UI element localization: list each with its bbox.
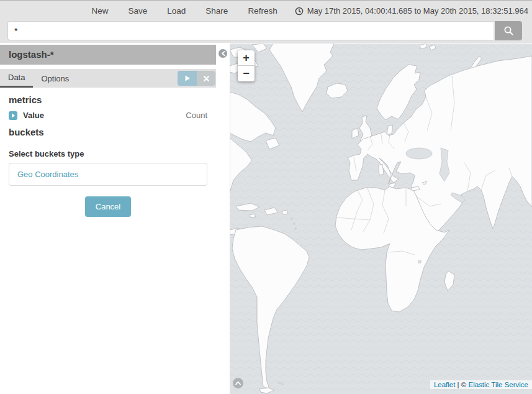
nav-load[interactable]: Load — [157, 1, 196, 21]
editor-tabs: Data Options — [0, 69, 216, 88]
nav-save[interactable]: Save — [119, 1, 158, 21]
world-map[interactable] — [230, 44, 532, 394]
map-zoom-control: + − — [238, 50, 255, 81]
time-picker[interactable]: May 17th 2015, 04:00:41.685 to May 20th … — [295, 6, 528, 16]
metric-toggle[interactable] — [9, 111, 17, 120]
play-icon — [184, 75, 191, 81]
cancel-button[interactable]: Cancel — [85, 196, 131, 217]
editor-content: metrics Value Count buckets Select bucke… — [0, 88, 216, 217]
sidebar-collapse-button[interactable] — [219, 49, 227, 58]
discard-changes-button[interactable] — [197, 71, 215, 86]
chevron-left-icon — [221, 51, 225, 56]
metric-label: Value — [23, 111, 44, 120]
copyright-symbol: © — [461, 381, 469, 388]
search-icon — [503, 25, 514, 36]
search-bar — [7, 21, 522, 40]
tile-provider-link[interactable]: Elastic Tile Service — [468, 381, 528, 388]
search-button[interactable] — [495, 21, 522, 40]
bucket-option-geo-coordinates[interactable]: Geo Coordinates — [9, 163, 207, 185]
metrics-heading: metrics — [9, 94, 207, 105]
cancel-wrap: Cancel — [9, 196, 207, 217]
metric-agg-value: Count — [186, 111, 207, 120]
time-range-label: May 17th 2015, 04:00:41.685 to May 20th … — [307, 6, 528, 16]
nav-new[interactable]: New — [82, 1, 119, 21]
close-icon — [204, 76, 209, 81]
search-input[interactable] — [7, 21, 494, 40]
leaflet-link[interactable]: Leaflet — [434, 381, 456, 388]
vis-editor-sidebar: logstash-* Data Options metrics — [0, 45, 216, 217]
top-navbar: New Save Load Share Refresh May 17th 201… — [0, 0, 532, 43]
index-pattern-title: logstash-* — [0, 45, 216, 65]
clock-icon — [295, 7, 304, 16]
apply-changes-button[interactable] — [178, 71, 197, 86]
tab-data[interactable]: Data — [0, 69, 33, 88]
nav-row: New Save Load Share Refresh May 17th 201… — [0, 1, 532, 21]
editor-actions — [178, 71, 215, 86]
tab-options[interactable]: Options — [33, 69, 77, 88]
chevron-right-icon — [11, 113, 16, 118]
spy-panel-toggle[interactable] — [233, 378, 243, 388]
buckets-heading: buckets — [9, 127, 207, 137]
metric-row-value: Value Count — [9, 111, 207, 120]
select-buckets-type-label: Select buckets type — [9, 149, 207, 158]
tile-map-panel: + − Leaflet | © Elastic Tile Service — [230, 44, 532, 394]
chevron-up-icon — [235, 381, 241, 385]
bucket-type-list: Geo Coordinates — [9, 163, 207, 186]
nav-share[interactable]: Share — [196, 1, 238, 21]
zoom-out-button[interactable]: − — [238, 66, 255, 81]
zoom-in-button[interactable]: + — [238, 50, 255, 66]
attribution-separator: | — [455, 381, 461, 388]
map-attribution: Leaflet | © Elastic Tile Service — [430, 380, 532, 389]
nav-refresh[interactable]: Refresh — [238, 1, 287, 21]
